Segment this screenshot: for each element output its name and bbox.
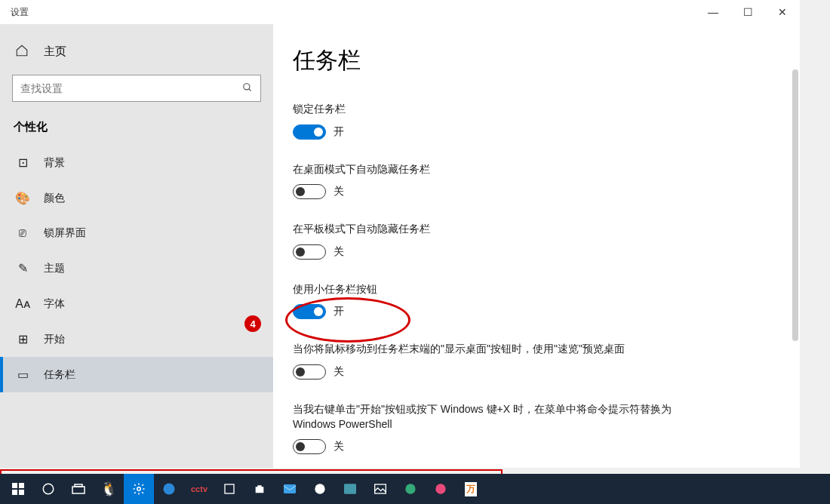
setting-label: 当你将鼠标移动到任务栏末端的"显示桌面"按钮时，使用"速览"预览桌面 (293, 342, 715, 357)
nav-icon: ⎚ (15, 226, 30, 240)
svg-point-6 (43, 484, 54, 494)
search-box[interactable] (12, 75, 261, 102)
nav-list: ⊡背景🎨颜色⎚锁屏界面✎主题Aᴀ字体⊞开始▭任务栏 (0, 145, 273, 468)
home-icon (15, 44, 30, 60)
window-controls: — ☐ ✕ (696, 0, 800, 24)
svg-line-1 (249, 88, 251, 91)
cortana-icon[interactable] (33, 474, 63, 504)
nav-icon: ⊞ (15, 332, 30, 346)
setting-3: 使用小任务栏按钮开 (293, 282, 780, 320)
settings-app-icon[interactable] (124, 474, 154, 504)
nav-icon: 🎨 (15, 191, 30, 205)
toggle-row: 开 (293, 124, 780, 140)
nav-label: 开始 (44, 333, 65, 346)
home-label: 主页 (44, 45, 66, 59)
toggle-state-text: 关 (334, 440, 344, 453)
setting-2: 在平板模式下自动隐藏任务栏关 (293, 222, 780, 260)
nav-label: 任务栏 (44, 368, 75, 382)
setting-4: 当你将鼠标移动到任务栏末端的"显示桌面"按钮时，使用"速览"预览桌面关 (293, 342, 780, 380)
toggle-state-text: 开 (334, 125, 344, 139)
toggle-row: 关 (293, 184, 780, 199)
setting-label: 在平板模式下自动隐藏任务栏 (293, 222, 715, 237)
toggle-row: 关 (293, 439, 780, 454)
toggle-row: 关 (293, 364, 780, 380)
setting-label: 当我右键单击"开始"按钮或按下 Windows 键+X 时，在菜单中将命令提示符… (293, 402, 715, 432)
nav-item-0[interactable]: ⊡背景 (0, 145, 273, 180)
nav-icon: Aᴀ (15, 297, 30, 311)
nav-label: 锁屏界面 (44, 226, 86, 240)
toggle-switch[interactable] (293, 124, 326, 140)
nav-icon: ✎ (15, 261, 30, 275)
svg-rect-2 (12, 483, 17, 488)
setting-label: 在桌面模式下自动隐藏任务栏 (293, 162, 715, 177)
search-input[interactable] (20, 82, 242, 94)
window-title: 设置 (11, 6, 29, 19)
toggle-switch[interactable] (293, 364, 326, 380)
edge-icon[interactable] (154, 474, 184, 504)
nav-item-1[interactable]: 🎨颜色 (0, 180, 273, 216)
qq-icon[interactable]: 🐧 (94, 474, 124, 504)
nav-label: 颜色 (44, 192, 65, 205)
nav-icon: ⊡ (15, 155, 30, 170)
snip-icon[interactable] (214, 474, 244, 504)
svg-point-9 (137, 487, 141, 491)
nav-label: 字体 (44, 297, 65, 311)
taskbar: 🐧 cctv 万 (0, 474, 830, 504)
gallery-icon[interactable] (365, 474, 395, 504)
search-icon (242, 82, 253, 95)
cctv-icon[interactable]: cctv (184, 474, 214, 504)
nav-item-3[interactable]: ✎主题 (0, 250, 273, 286)
svg-point-10 (164, 484, 175, 495)
toggle-state-text: 开 (334, 305, 344, 318)
section-header: 个性化 (0, 120, 273, 145)
minimize-button[interactable]: — (696, 0, 730, 24)
setting-1: 在桌面模式下自动隐藏任务栏关 (293, 162, 780, 200)
page-heading: 任务栏 (293, 45, 780, 76)
wps-icon[interactable] (305, 474, 335, 504)
setting-label: 使用小任务栏按钮 (293, 282, 715, 297)
todesk-icon[interactable] (426, 474, 456, 504)
start-button[interactable] (3, 474, 33, 504)
nav-label: 主题 (44, 262, 65, 275)
toggle-switch[interactable] (293, 244, 326, 260)
setting-5: 当我右键单击"开始"按钮或按下 Windows 键+X 时，在菜单中将命令提示符… (293, 402, 780, 454)
svg-rect-3 (19, 483, 24, 488)
nav-item-6[interactable]: ▭任务栏 (0, 357, 273, 392)
close-button[interactable]: ✕ (765, 0, 800, 24)
setting-0: 锁定任务栏开 (293, 102, 780, 140)
scrollbar[interactable] (792, 69, 798, 341)
svg-point-0 (244, 83, 250, 89)
home-link[interactable]: 主页 (0, 24, 273, 75)
nav-item-4[interactable]: Aᴀ字体 (0, 286, 273, 321)
nav-item-5[interactable]: ⊞开始 (0, 321, 273, 357)
maximize-button[interactable]: ☐ (730, 0, 765, 24)
svg-rect-14 (344, 484, 356, 493)
toggle-row: 开 (293, 304, 780, 319)
taskview-icon[interactable] (63, 474, 94, 504)
toggle-switch[interactable] (293, 439, 326, 454)
svg-rect-11 (225, 484, 234, 493)
nav-item-2[interactable]: ⎚锁屏界面 (0, 216, 273, 250)
setting-label: 锁定任务栏 (293, 102, 715, 117)
photos-icon[interactable] (335, 474, 365, 504)
titlebar: 设置 — ☐ ✕ (0, 0, 800, 24)
toggle-state-text: 关 (334, 245, 344, 259)
toggle-switch[interactable] (293, 184, 326, 199)
svg-point-16 (405, 484, 415, 493)
3d-icon[interactable] (395, 474, 426, 504)
settings-window: 设置 — ☐ ✕ 主页 个性化 ⊡背景🎨颜色⎚锁屏界面✎主题Aᴀ字体⊞开始▭任务 (0, 0, 800, 468)
window-body: 主页 个性化 ⊡背景🎨颜色⎚锁屏界面✎主题Aᴀ字体⊞开始▭任务栏 任务栏 锁定任… (0, 24, 800, 468)
toggle-state-text: 关 (334, 365, 344, 379)
svg-rect-7 (72, 487, 85, 493)
sidebar: 主页 个性化 ⊡背景🎨颜色⎚锁屏界面✎主题Aᴀ字体⊞开始▭任务栏 (0, 24, 273, 468)
svg-point-13 (315, 484, 324, 493)
store-icon[interactable] (244, 474, 275, 504)
svg-rect-5 (19, 490, 24, 495)
nav-label: 背景 (44, 156, 65, 170)
mail-icon[interactable] (275, 474, 305, 504)
settings-list: 锁定任务栏开在桌面模式下自动隐藏任务栏关在平板模式下自动隐藏任务栏关使用小任务栏… (293, 102, 780, 454)
toggle-switch[interactable] (293, 304, 326, 319)
svg-rect-12 (284, 484, 296, 493)
toggle-state-text: 关 (334, 185, 344, 198)
wanfang-icon[interactable]: 万 (456, 474, 486, 504)
